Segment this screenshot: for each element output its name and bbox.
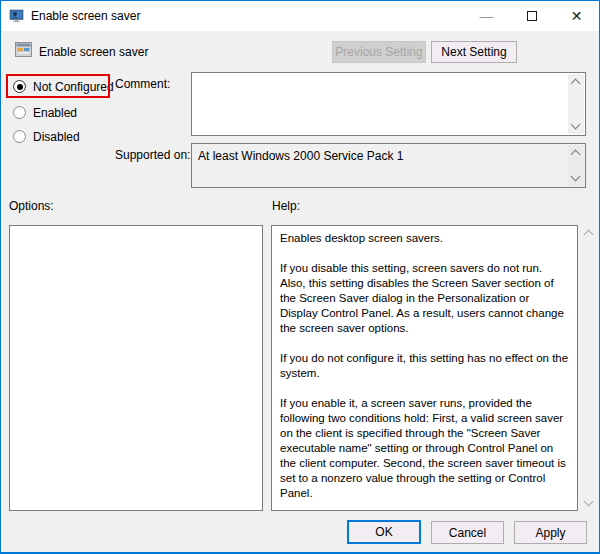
maximize-button[interactable] bbox=[509, 1, 554, 31]
help-panel[interactable]: Enables desktop screen savers. If you di… bbox=[271, 225, 578, 511]
app-monitor-icon bbox=[9, 8, 25, 24]
radio-not-configured-circle bbox=[13, 80, 26, 93]
supported-on-label: Supported on: bbox=[115, 148, 190, 162]
apply-button[interactable]: Apply bbox=[514, 521, 587, 544]
minimize-button[interactable]: — bbox=[464, 1, 509, 31]
radio-disabled-label: Disabled bbox=[33, 130, 80, 144]
comment-input[interactable] bbox=[191, 72, 586, 136]
ok-button[interactable]: OK bbox=[347, 520, 421, 544]
scroll-down-icon[interactable] bbox=[571, 120, 581, 130]
options-label: Options: bbox=[9, 199, 54, 213]
help-label: Help: bbox=[272, 199, 300, 213]
help-paragraph: If you disable this setting, screen save… bbox=[280, 261, 569, 336]
scroll-down-icon[interactable] bbox=[584, 497, 594, 507]
radio-not-configured-label: Not Configured bbox=[33, 80, 114, 94]
supported-on-box: At least Windows 2000 Service Pack 1 bbox=[191, 143, 586, 188]
scroll-up-icon[interactable] bbox=[584, 230, 594, 240]
help-text: Enables desktop screen savers. If you di… bbox=[272, 226, 577, 511]
radio-enabled-circle bbox=[13, 106, 26, 119]
setting-name: Enable screen saver bbox=[39, 45, 148, 59]
supported-scrollbar[interactable] bbox=[568, 145, 584, 186]
window-title: Enable screen saver bbox=[31, 9, 140, 23]
next-setting-button[interactable]: Next Setting bbox=[431, 41, 517, 63]
radio-enabled[interactable]: Enabled bbox=[13, 104, 77, 121]
help-paragraph: If you do not configure it, this setting… bbox=[280, 351, 569, 381]
previous-setting-button[interactable]: Previous Setting bbox=[332, 41, 426, 63]
policy-setting-dialog: Enable screen saver — ✕ Enable screen sa… bbox=[0, 0, 600, 554]
close-button[interactable]: ✕ bbox=[554, 1, 599, 31]
titlebar: Enable screen saver — ✕ bbox=[1, 1, 599, 31]
policy-setting-icon bbox=[15, 42, 32, 57]
close-icon: ✕ bbox=[571, 8, 583, 24]
help-scrollbar[interactable] bbox=[581, 225, 597, 511]
comment-label: Comment: bbox=[115, 77, 170, 91]
minimize-icon: — bbox=[480, 8, 494, 24]
help-paragraph: If you enable it, a screen saver runs, p… bbox=[280, 396, 569, 501]
radio-disabled-circle bbox=[13, 130, 26, 143]
maximize-icon bbox=[527, 11, 537, 21]
options-panel bbox=[9, 225, 263, 511]
scroll-up-icon[interactable] bbox=[571, 150, 581, 160]
scroll-down-icon[interactable] bbox=[571, 172, 581, 182]
comment-scrollbar[interactable] bbox=[568, 74, 584, 134]
help-paragraph: Enables desktop screen savers. bbox=[280, 231, 569, 246]
radio-not-configured[interactable]: Not Configured bbox=[13, 78, 114, 95]
supported-on-value: At least Windows 2000 Service Pack 1 bbox=[198, 149, 565, 163]
radio-enabled-label: Enabled bbox=[33, 106, 77, 120]
cancel-button[interactable]: Cancel bbox=[431, 521, 504, 544]
radio-disabled[interactable]: Disabled bbox=[13, 128, 80, 145]
scroll-up-icon[interactable] bbox=[571, 79, 581, 89]
